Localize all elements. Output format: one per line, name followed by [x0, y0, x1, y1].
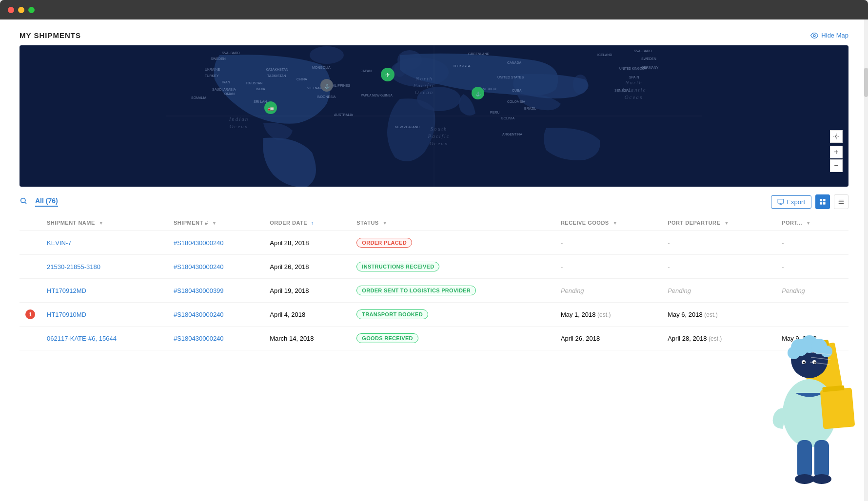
shipment-number-link[interactable]: #S180430000240 [174, 263, 224, 270]
svg-text:Atlantic: Atlantic [621, 87, 647, 93]
status-badge: GOODS RECEIVED [356, 333, 418, 343]
svg-text:North: North [415, 76, 433, 81]
svg-text:MONGOLIA: MONGOLIA [312, 66, 331, 69]
hide-map-label: Hide Map [821, 32, 848, 39]
shipment-number-link[interactable]: #S180430000240 [174, 239, 224, 247]
svg-point-92 [802, 360, 806, 364]
col-header-flag [20, 215, 41, 231]
svg-text:Ocean: Ocean [625, 94, 644, 100]
receive-goods-cell: April 26, 2018 [555, 327, 662, 350]
shipment-number-cell: #S180430000240 [168, 327, 264, 350]
status-badge: TRANSPORT BOOKED [356, 309, 428, 319]
world-map[interactable]: RUSSIA SVALBARD SWEDEN UKRAINE TURKEY IR… [20, 45, 848, 187]
shipment-name-link[interactable]: 062117-KATE-#6, 15644 [47, 335, 117, 342]
order-date-cell: April 26, 2018 [264, 255, 351, 279]
window-dot-yellow[interactable] [18, 7, 24, 13]
table-row: 062117-KATE-#6, 15644 #S180430000240 Mar… [20, 327, 848, 350]
svg-text:🚛: 🚛 [268, 105, 274, 112]
svg-text:SVALBARD: SVALBARD [634, 49, 652, 53]
svg-text:INDIA: INDIA [256, 87, 265, 91]
svg-rect-89 [814, 440, 829, 479]
svg-text:VIETNAM: VIETNAM [307, 86, 322, 90]
svg-text:OMAN: OMAN [224, 92, 235, 96]
svg-text:SOMALIA: SOMALIA [191, 96, 206, 99]
shipment-name-link[interactable]: KEVIN-7 [47, 239, 72, 247]
shipment-number-cell: #S180430000240 [168, 303, 264, 327]
col-header-shipment-name[interactable]: SHIPMENT NAME ▼ [41, 215, 168, 231]
tab-all[interactable]: All (76) [35, 197, 58, 207]
svg-text:BOLIVIA: BOLIVIA [501, 116, 515, 120]
svg-text:South: South [430, 126, 447, 132]
flag-cell [20, 327, 41, 350]
table-row: HT170912MD #S180430000399 April 19, 2018… [20, 279, 848, 303]
svg-point-81 [783, 379, 836, 447]
svg-text:Pacific: Pacific [427, 133, 450, 139]
svg-text:⚓: ⚓ [324, 83, 330, 89]
scrollbar-thumb[interactable] [864, 68, 868, 97]
status-cell: ORDER SENT TO LOGISTICS PROVIDER [351, 279, 555, 303]
svg-text:UKRAINE: UKRAINE [205, 68, 220, 71]
port-departure-cell: - [662, 255, 776, 279]
map-zoom-out-button[interactable]: − [830, 159, 843, 172]
svg-rect-100 [822, 385, 845, 392]
list-view-button[interactable] [834, 194, 848, 209]
order-date-cell: March 14, 2018 [264, 327, 351, 350]
map-zoom-in-button[interactable]: + [830, 146, 843, 158]
flag-cell: 1 [20, 303, 41, 327]
flag-cell [20, 255, 41, 279]
window-dot-green[interactable] [28, 7, 35, 13]
scrollbar-track[interactable] [864, 19, 868, 501]
shipment-number-link[interactable]: #S180430000399 [174, 287, 224, 294]
svg-text:CUBA: CUBA [512, 89, 522, 92]
col-header-status[interactable]: STATUS ▼ [351, 215, 555, 231]
shipment-name-cell: 21530-21855-3180 [41, 255, 168, 279]
toolbar-right: Export [771, 194, 848, 209]
shipment-number-cell: #S180430000399 [168, 279, 264, 303]
shipment-name-link[interactable]: 21530-21855-3180 [47, 263, 100, 270]
shipment-name-cell: 062117-KATE-#6, 15644 [41, 327, 168, 350]
col-header-port-departure[interactable]: PORT DEPARTURE ▼ [662, 215, 776, 231]
shipment-name-link[interactable]: HT170910MD [47, 311, 86, 318]
svg-text:Ocean: Ocean [415, 89, 434, 95]
svg-rect-99 [820, 387, 855, 429]
svg-rect-71 [778, 199, 784, 203]
svg-text:TAJIKISTAN: TAJIKISTAN [267, 74, 286, 77]
map-locate-button[interactable] [830, 130, 843, 143]
svg-text:Pacific: Pacific [413, 82, 435, 88]
svg-text:SAUDI ARABIA: SAUDI ARABIA [212, 88, 236, 91]
map-zoom-controls: + − [830, 130, 843, 172]
receive-goods-cell: - [555, 255, 662, 279]
order-date-cell: April 4, 2018 [264, 303, 351, 327]
svg-text:ICELAND: ICELAND [597, 53, 612, 57]
svg-text:INDONESIA: INDONESIA [317, 95, 336, 98]
app-container: MY SHIPMENTS Hide Map [0, 19, 868, 501]
shipment-number-cell: #S180430000240 [168, 231, 264, 255]
shipment-name-cell: HT170912MD [41, 279, 168, 303]
grid-view-button[interactable] [815, 194, 830, 209]
svg-text:KAZAKHSTAN: KAZAKHSTAN [266, 68, 288, 71]
svg-text:CHINA: CHINA [296, 77, 307, 81]
export-button[interactable]: Export [771, 195, 811, 209]
search-icon[interactable] [20, 197, 27, 207]
shipment-name-link[interactable]: HT170912MD [47, 287, 86, 294]
col-header-shipment-number[interactable]: SHIPMENT # ▼ [168, 215, 264, 231]
table-header-row: SHIPMENT NAME ▼ SHIPMENT # ▼ ORDER DATE … [20, 215, 848, 231]
col-header-port-arrival[interactable]: PORT... ▼ [776, 215, 848, 231]
port-departure-cell: May 6, 2018 (est.) [662, 303, 776, 327]
hide-map-button[interactable]: Hide Map [810, 32, 848, 39]
flag-cell [20, 231, 41, 255]
shipment-number-link[interactable]: #S180430000240 [174, 335, 224, 342]
svg-point-0 [813, 35, 815, 37]
window-dot-red[interactable] [8, 7, 14, 13]
shipment-number-link[interactable]: #S180430000240 [174, 311, 224, 318]
svg-point-90 [795, 474, 814, 484]
table-section: All (76) Export [0, 187, 868, 350]
svg-text:SPAIN: SPAIN [629, 76, 639, 79]
svg-text:UNITED STATES: UNITED STATES [497, 76, 524, 79]
svg-text:North: North [625, 79, 643, 85]
svg-point-7 [310, 46, 344, 64]
svg-text:PAPUA NEW GUINEA: PAPUA NEW GUINEA [361, 94, 393, 97]
svg-text:⚓: ⚓ [475, 91, 481, 97]
col-header-receive-goods[interactable]: RECEIVE GOODS ▼ [555, 215, 662, 231]
col-header-order-date[interactable]: ORDER DATE ↑ [264, 215, 351, 231]
